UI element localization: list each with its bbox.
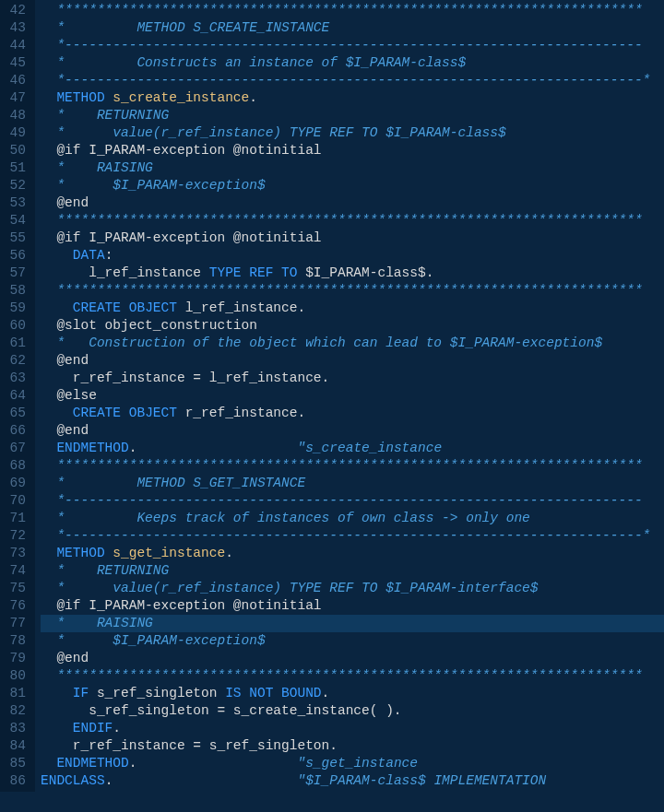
code-token: @if I_PARAM-exception @notinitial (41, 598, 322, 613)
line-number: 69 (6, 475, 26, 492)
code-line[interactable]: * RETURNING (41, 562, 664, 580)
code-token (41, 300, 73, 315)
code-line[interactable]: @end (41, 194, 664, 212)
code-line[interactable]: ENDIF. (41, 720, 664, 737)
line-number: 66 (6, 422, 26, 440)
code-editor[interactable]: 4243444546474849505152535455565758596061… (0, 0, 664, 792)
code-line[interactable]: @end (41, 422, 664, 440)
code-line[interactable]: * Keeps track of instances of own class … (41, 510, 664, 527)
code-line[interactable]: CREATE OBJECT r_ref_instance. (41, 405, 664, 422)
code-token: * RETURNING (41, 108, 169, 123)
code-token: ****************************************… (41, 3, 643, 18)
code-line[interactable]: ****************************************… (41, 667, 664, 685)
code-line[interactable]: *---------------------------------------… (41, 492, 664, 510)
code-line[interactable]: * value(r_ref_instance) TYPE REF TO $I_P… (41, 580, 664, 597)
code-line[interactable]: DATA: (41, 247, 664, 265)
code-token: l_ref_instance (41, 265, 209, 280)
code-line[interactable]: * $I_PARAM-exception$ (41, 632, 664, 650)
line-number: 74 (6, 562, 26, 580)
code-line[interactable]: *---------------------------------------… (41, 37, 664, 54)
code-line[interactable]: IF s_ref_singleton IS NOT BOUND. (41, 685, 664, 702)
line-number: 81 (6, 685, 26, 702)
line-number-gutter: 4243444546474849505152535455565758596061… (0, 0, 35, 792)
code-line[interactable]: * value(r_ref_instance) TYPE REF TO $I_P… (41, 124, 664, 142)
code-line[interactable]: * Construction of the object which can l… (41, 335, 664, 352)
code-line[interactable]: * METHOD S_CREATE_INSTANCE (41, 19, 664, 37)
code-line[interactable]: s_ref_singleton = s_create_instance( ). (41, 702, 664, 720)
code-token: s_ref_singleton (97, 686, 225, 700)
code-line[interactable]: ****************************************… (41, 282, 664, 300)
line-number: 43 (6, 19, 26, 37)
line-number: 84 (6, 737, 26, 755)
line-number: 75 (6, 580, 26, 597)
code-line[interactable]: * RAISING (41, 615, 664, 632)
code-token: @slot object_construction (41, 318, 257, 333)
code-line[interactable]: METHOD s_get_instance. (41, 545, 664, 562)
line-number: 49 (6, 124, 26, 142)
code-token: *---------------------------------------… (41, 38, 643, 53)
line-number: 46 (6, 72, 26, 89)
code-token: * $I_PARAM-exception$ (41, 633, 266, 648)
line-number: 44 (6, 37, 26, 54)
code-line[interactable]: ****************************************… (41, 2, 664, 19)
line-number: 61 (6, 335, 26, 352)
code-token: ****************************************… (41, 668, 643, 683)
line-number: 48 (6, 107, 26, 124)
code-token: * Construction of the object which can l… (41, 335, 602, 350)
line-number: 65 (6, 405, 26, 422)
code-line[interactable]: * Constructs an instance of $I_PARAM-cla… (41, 54, 664, 72)
code-line[interactable]: @else (41, 387, 664, 405)
code-token: r_ref_instance. (185, 406, 306, 420)
code-line[interactable]: r_ref_instance = s_ref_singleton. (41, 737, 664, 755)
code-token: TYPE REF TO (209, 265, 305, 280)
line-number: 45 (6, 54, 26, 72)
line-number: 57 (6, 265, 26, 282)
code-line[interactable]: * $I_PARAM-exception$ (41, 177, 664, 194)
code-line[interactable]: @if I_PARAM-exception @notinitial (41, 142, 664, 159)
code-token: r_ref_instance = s_ref_singleton. (41, 738, 338, 753)
code-line[interactable]: l_ref_instance TYPE REF TO $I_PARAM-clas… (41, 265, 664, 282)
code-area[interactable]: ****************************************… (35, 0, 664, 792)
code-line[interactable]: METHOD s_create_instance. (41, 89, 664, 107)
code-token: METHOD (56, 90, 113, 105)
code-token: . (249, 90, 257, 105)
code-line[interactable]: ENDMETHOD. "s_create_instance (41, 440, 664, 457)
code-line[interactable]: ENDCLASS. "$I_PARAM-class$ IMPLEMENTATIO… (41, 772, 664, 790)
code-line[interactable]: * RETURNING (41, 107, 664, 124)
code-token: * RAISING (41, 616, 153, 630)
code-line[interactable]: * METHOD S_GET_INSTANCE (41, 475, 664, 492)
code-line[interactable]: ENDMETHOD. "s_get_instance (41, 755, 664, 772)
code-token: @else (41, 388, 97, 403)
code-token: *---------------------------------------… (41, 493, 643, 508)
code-line[interactable]: @if I_PARAM-exception @notinitial (41, 597, 664, 615)
code-line[interactable]: *---------------------------------------… (41, 72, 664, 89)
code-line[interactable]: r_ref_instance = l_ref_instance. (41, 370, 664, 387)
code-token: ****************************************… (41, 458, 643, 473)
code-token (41, 90, 56, 105)
code-line[interactable]: @slot object_construction (41, 317, 664, 335)
line-number: 42 (6, 2, 26, 19)
code-token: ****************************************… (41, 213, 643, 228)
code-token: @end (41, 651, 89, 665)
code-line[interactable]: @end (41, 352, 664, 370)
line-number: 54 (6, 212, 26, 229)
code-token: * RETURNING (41, 563, 169, 578)
line-number: 72 (6, 527, 26, 545)
code-token: ENDCLASS (41, 773, 105, 788)
line-number: 55 (6, 229, 26, 247)
code-line[interactable]: ****************************************… (41, 457, 664, 475)
code-token: r_ref_instance = l_ref_instance. (41, 371, 329, 385)
line-number: 68 (6, 457, 26, 475)
code-token: "$I_PARAM-class$ IMPLEMENTATION (113, 773, 546, 788)
code-line[interactable]: @if I_PARAM-exception @notinitial (41, 229, 664, 247)
code-line[interactable]: * RAISING (41, 159, 664, 177)
code-token (41, 248, 73, 263)
line-number: 71 (6, 510, 26, 527)
code-line[interactable]: @end (41, 650, 664, 667)
code-token: * Keeps track of instances of own class … (41, 511, 530, 525)
code-token: CREATE OBJECT (73, 406, 185, 420)
code-line[interactable]: *---------------------------------------… (41, 527, 664, 545)
code-line[interactable]: CREATE OBJECT l_ref_instance. (41, 300, 664, 317)
code-line[interactable]: ****************************************… (41, 212, 664, 229)
code-token: s_ref_singleton = s_create_instance( ). (41, 703, 402, 718)
